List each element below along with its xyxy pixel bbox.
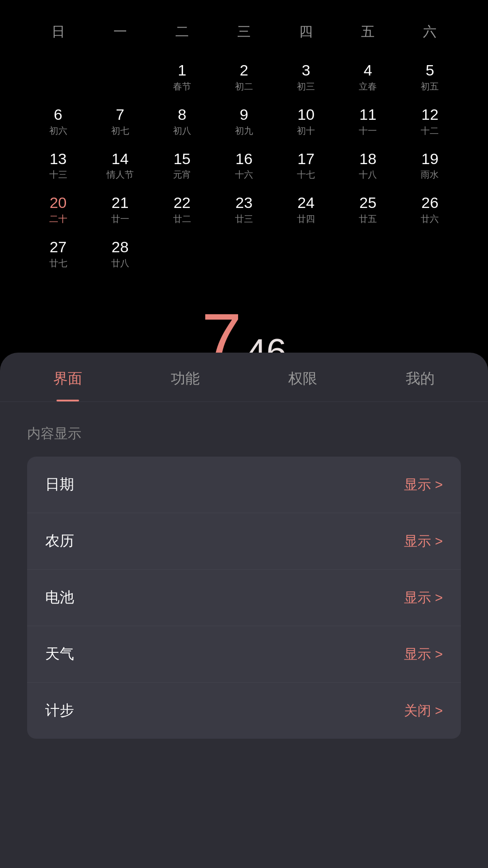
section-title: 内容显示 (27, 425, 461, 443)
setting-label: 日期 (45, 475, 74, 495)
day-cell[interactable]: 16十六 (213, 143, 275, 188)
day-number: 8 (151, 105, 213, 124)
day-cell[interactable]: 21廿一 (89, 187, 151, 231)
day-cell[interactable]: 23廿三 (213, 187, 275, 231)
day-number: 18 (337, 150, 399, 168)
tab-界面[interactable]: 界面 (9, 353, 127, 401)
setting-label: 计步 (45, 701, 74, 721)
day-number: 16 (213, 150, 275, 168)
weekday-row: 日一二三四五六 (27, 18, 461, 46)
day-cell[interactable]: 13十三 (27, 143, 89, 188)
calendar-section: 日一二三四五六 1春节2初二3初三4立春5初五6初六7初七8初八9初九10初十1… (0, 0, 488, 285)
tab-我的[interactable]: 我的 (361, 353, 479, 401)
day-cell[interactable]: 17十七 (275, 143, 337, 188)
day-lunar: 初七 (89, 125, 151, 137)
day-number: 1 (151, 61, 213, 80)
day-number: 25 (337, 193, 399, 212)
day-lunar: 初三 (275, 80, 337, 93)
day-number: 11 (337, 105, 399, 124)
day-lunar: 情人节 (89, 169, 151, 181)
setting-value[interactable]: 显示 > (404, 476, 443, 494)
day-lunar: 廿三 (213, 213, 275, 225)
weekday-cell: 三 (213, 18, 275, 46)
day-lunar: 春节 (151, 80, 213, 93)
day-number: 6 (27, 105, 89, 124)
weekday-cell: 五 (337, 18, 399, 46)
day-lunar: 初九 (213, 125, 275, 137)
day-cell[interactable]: 1春节 (151, 55, 213, 99)
day-lunar: 廿六 (399, 213, 461, 225)
day-cell[interactable]: 19雨水 (399, 143, 461, 188)
day-cell[interactable]: 5初五 (399, 55, 461, 99)
setting-label: 农历 (45, 531, 74, 551)
day-number: 12 (399, 105, 461, 124)
day-cell (89, 55, 151, 99)
day-cell[interactable]: 22廿二 (151, 187, 213, 231)
day-lunar: 廿八 (89, 257, 151, 269)
day-cell[interactable]: 14情人节 (89, 143, 151, 188)
day-cell[interactable]: 6初六 (27, 99, 89, 143)
day-cell[interactable]: 24廿四 (275, 187, 337, 231)
weekday-cell: 六 (399, 18, 461, 46)
setting-item-农历[interactable]: 农历显示 > (27, 513, 461, 570)
setting-item-日期[interactable]: 日期显示 > (27, 457, 461, 513)
day-lunar: 雨水 (399, 169, 461, 181)
day-number: 13 (27, 150, 89, 168)
day-lunar: 廿一 (89, 213, 151, 225)
day-cell[interactable]: 28廿八 (89, 231, 151, 276)
day-cell[interactable]: 8初八 (151, 99, 213, 143)
setting-item-电池[interactable]: 电池显示 > (27, 570, 461, 626)
day-number: 4 (337, 61, 399, 80)
day-number: 17 (275, 150, 337, 168)
day-number: 10 (275, 105, 337, 124)
setting-value[interactable]: 显示 > (404, 532, 443, 551)
weekday-cell: 二 (151, 18, 213, 46)
day-number: 15 (151, 150, 213, 168)
day-number: 19 (399, 150, 461, 168)
day-cell[interactable]: 27廿七 (27, 231, 89, 276)
day-cell[interactable]: 4立春 (337, 55, 399, 99)
day-cell[interactable]: 18十八 (337, 143, 399, 188)
day-cell[interactable]: 3初三 (275, 55, 337, 99)
day-cell[interactable]: 2初二 (213, 55, 275, 99)
tab-权限[interactable]: 权限 (244, 353, 361, 401)
day-cell (27, 55, 89, 99)
day-lunar: 廿二 (151, 213, 213, 225)
day-cell[interactable]: 20二十 (27, 187, 89, 231)
day-lunar: 二十 (27, 213, 89, 225)
settings-content: 内容显示 日期显示 >农历显示 >电池显示 >天气显示 >计步关闭 > (0, 402, 488, 739)
day-number: 27 (27, 238, 89, 256)
setting-value[interactable]: 显示 > (404, 589, 443, 607)
day-cell[interactable]: 9初九 (213, 99, 275, 143)
setting-value[interactable]: 显示 > (404, 645, 443, 664)
weekday-cell: 四 (275, 18, 337, 46)
day-lunar: 初十 (275, 125, 337, 137)
tabs: 界面功能权限我的 (0, 353, 488, 402)
day-number: 2 (213, 61, 275, 80)
day-lunar: 十八 (337, 169, 399, 181)
day-cell[interactable]: 26廿六 (399, 187, 461, 231)
day-cell[interactable]: 15元宵 (151, 143, 213, 188)
day-cell[interactable]: 7初七 (89, 99, 151, 143)
day-number: 14 (89, 150, 151, 168)
setting-item-计步[interactable]: 计步关闭 > (27, 683, 461, 739)
weekday-cell: 日 (27, 18, 89, 46)
day-number: 24 (275, 193, 337, 212)
setting-value[interactable]: 关闭 > (404, 702, 443, 720)
day-cell[interactable]: 12十二 (399, 99, 461, 143)
day-cell[interactable]: 25廿五 (337, 187, 399, 231)
day-lunar: 十六 (213, 169, 275, 181)
day-number: 9 (213, 105, 275, 124)
tab-功能[interactable]: 功能 (127, 353, 244, 401)
day-number: 21 (89, 193, 151, 212)
setting-item-天气[interactable]: 天气显示 > (27, 626, 461, 683)
day-lunar: 初五 (399, 80, 461, 93)
bottom-panel: 界面功能权限我的 内容显示 日期显示 >农历显示 >电池显示 >天气显示 >计步… (0, 353, 488, 868)
day-cell[interactable]: 10初十 (275, 99, 337, 143)
day-cell[interactable]: 11十一 (337, 99, 399, 143)
day-lunar: 初六 (27, 125, 89, 137)
day-number: 20 (27, 193, 89, 212)
days-grid: 1春节2初二3初三4立春5初五6初六7初七8初八9初九10初十11十一12十二1… (27, 55, 461, 276)
weekday-cell: 一 (89, 18, 151, 46)
setting-label: 电池 (45, 588, 74, 608)
